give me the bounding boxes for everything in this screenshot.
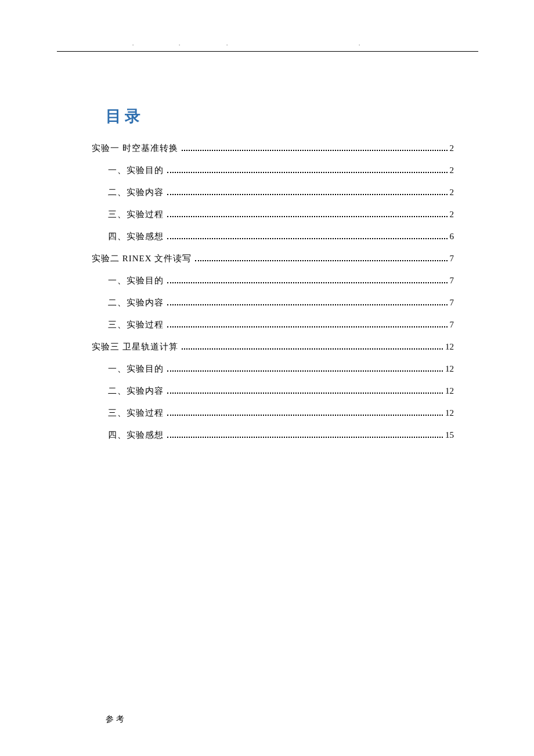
toc-entry[interactable]: 实验一 时空基准转换2 bbox=[92, 143, 454, 154]
toc-leader-dots bbox=[195, 254, 447, 261]
toc-entry-page: 7 bbox=[450, 298, 454, 308]
footer-text: 参考 bbox=[106, 714, 127, 725]
toc-entry[interactable]: 四、实验感想15 bbox=[92, 430, 454, 441]
toc-leader-dots bbox=[167, 386, 443, 394]
toc-title: 目录 bbox=[106, 106, 454, 127]
toc-entry-label: 二、实验内容 bbox=[108, 187, 164, 198]
toc-entry-page: 2 bbox=[450, 210, 454, 219]
toc-entry[interactable]: 二、实验内容2 bbox=[92, 187, 454, 198]
toc-leader-dots bbox=[167, 276, 448, 283]
toc-entry-page: 12 bbox=[445, 342, 454, 352]
toc-entry-label: 三、实验过程 bbox=[108, 319, 164, 330]
toc-entry-label: 一、实验目的 bbox=[108, 165, 164, 176]
toc-entry[interactable]: 三、实验过程2 bbox=[92, 209, 454, 220]
toc-entry-label: 实验一 时空基准转换 bbox=[92, 143, 178, 154]
toc-leader-dots bbox=[167, 430, 443, 438]
toc-entry-label: 三、实验过程 bbox=[108, 408, 164, 419]
toc-leader-dots bbox=[167, 364, 443, 372]
toc-entry-page: 12 bbox=[445, 408, 454, 418]
toc-entry-page: 2 bbox=[450, 165, 454, 175]
toc-leader-dots bbox=[167, 210, 448, 217]
toc-entry-page: 6 bbox=[450, 232, 454, 242]
toc-entry[interactable]: 实验三 卫星轨道计算12 bbox=[92, 341, 454, 352]
toc-entry[interactable]: 二、实验内容12 bbox=[92, 386, 454, 397]
toc-entry[interactable]: 三、实验过程12 bbox=[92, 408, 454, 419]
toc-entry-page: 12 bbox=[445, 386, 454, 396]
toc-leader-dots bbox=[182, 143, 448, 151]
toc-leader-dots bbox=[167, 408, 443, 416]
toc-entry-label: 四、实验感想 bbox=[108, 231, 164, 242]
toc-entry[interactable]: 一、实验目的12 bbox=[92, 363, 454, 375]
toc-entry-page: 7 bbox=[450, 320, 454, 330]
toc-entry[interactable]: 一、实验目的2 bbox=[92, 165, 454, 176]
toc-entry-label: 实验二 RINEX 文件读写 bbox=[92, 253, 192, 264]
toc-entry[interactable]: 三、实验过程7 bbox=[92, 319, 454, 330]
toc-leader-dots bbox=[182, 342, 443, 350]
toc-entry-page: 7 bbox=[450, 276, 454, 286]
toc-entry-label: 一、实验目的 bbox=[108, 275, 164, 286]
toc-leader-dots bbox=[167, 165, 448, 173]
toc-entry[interactable]: 实验二 RINEX 文件读写7 bbox=[92, 253, 454, 264]
table-of-contents: 实验一 时空基准转换2一、实验目的2二、实验内容2三、实验过程2四、实验感想6实… bbox=[92, 143, 454, 441]
toc-entry-label: 一、实验目的 bbox=[108, 363, 164, 375]
content-area: 目录 实验一 时空基准转换2一、实验目的2二、实验内容2三、实验过程2四、实验感… bbox=[92, 106, 454, 452]
toc-entry-label: 四、实验感想 bbox=[108, 430, 164, 441]
toc-leader-dots bbox=[167, 320, 448, 327]
toc-entry[interactable]: 四、实验感想6 bbox=[92, 231, 454, 242]
header-rule bbox=[57, 51, 478, 52]
toc-entry-page: 12 bbox=[445, 364, 454, 374]
toc-leader-dots bbox=[167, 298, 448, 305]
toc-entry-page: 15 bbox=[445, 430, 454, 440]
toc-entry[interactable]: 二、实验内容7 bbox=[92, 297, 454, 308]
toc-entry-label: 三、实验过程 bbox=[108, 209, 164, 220]
toc-entry-page: 2 bbox=[450, 188, 454, 197]
header-dot-row: . . . . bbox=[57, 41, 478, 49]
toc-entry-label: 二、实验内容 bbox=[108, 297, 164, 308]
toc-entry[interactable]: 一、实验目的7 bbox=[92, 275, 454, 286]
toc-entry-page: 2 bbox=[450, 143, 454, 153]
toc-leader-dots bbox=[167, 232, 448, 239]
toc-entry-label: 二、实验内容 bbox=[108, 386, 164, 397]
toc-entry-page: 7 bbox=[450, 254, 454, 264]
toc-leader-dots bbox=[167, 188, 448, 195]
toc-entry-label: 实验三 卫星轨道计算 bbox=[92, 341, 178, 352]
document-page: . . . . 目录 实验一 时空基准转换2一、实验目的2二、实验内容2三、实验… bbox=[0, 0, 534, 756]
